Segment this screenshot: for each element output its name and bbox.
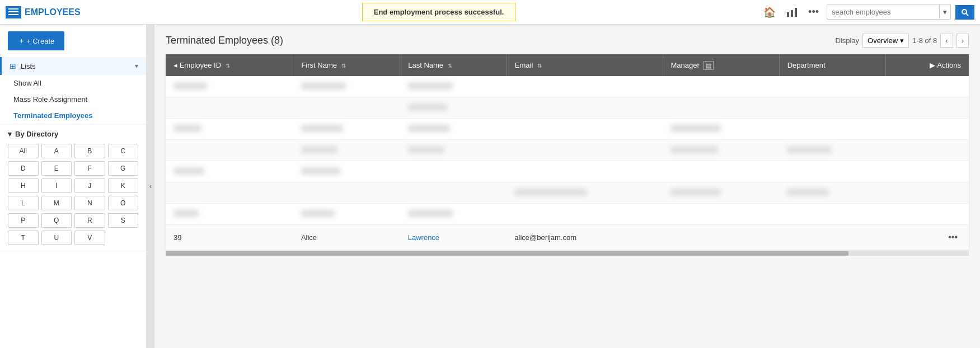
- cell-last-name: [400, 76, 507, 97]
- display-controls: Display Overview ▾ 1-8 of 8 ‹ ›: [835, 34, 969, 48]
- dir-btn-c[interactable]: C: [108, 144, 139, 158]
- horizontal-scrollbar[interactable]: [166, 251, 969, 256]
- sidebar-item-terminated[interactable]: Terminated Employees: [0, 107, 146, 124]
- sidebar-lists-header[interactable]: ⊞ Lists ▾: [0, 57, 146, 75]
- dir-btn-f[interactable]: F: [74, 161, 105, 176]
- cell-employee-id: [166, 119, 293, 140]
- app-logo-icon: [6, 6, 21, 18]
- chart-button[interactable]: [784, 6, 800, 19]
- cell-department: [779, 140, 886, 161]
- dir-btn-q[interactable]: Q: [41, 213, 72, 228]
- dir-btn-l[interactable]: L: [8, 196, 39, 210]
- cell-manager: [663, 204, 779, 225]
- cell-email: [507, 182, 663, 204]
- sidebar-item-mass-role[interactable]: Mass Role Assignment: [0, 91, 146, 107]
- create-button[interactable]: ＋ + Create: [8, 31, 64, 50]
- sidebar: ＋ + Create ⊞ Lists ▾ Show All Mass Role …: [0, 25, 147, 348]
- home-button[interactable]: 🏠: [760, 4, 779, 21]
- cell-email: [507, 119, 663, 140]
- cell-manager: [663, 182, 779, 204]
- pagination-prev-button[interactable]: ‹: [940, 34, 953, 48]
- dir-btn-o[interactable]: O: [108, 196, 139, 210]
- row-actions-button[interactable]: •••: [945, 231, 961, 243]
- collapse-chevron-icon: ‹: [149, 182, 152, 190]
- col-first-name[interactable]: First Name ⇅: [293, 54, 400, 76]
- col-actions: ▶ Actions: [886, 54, 969, 76]
- cell-actions: [886, 119, 969, 140]
- prev-icon: ‹: [945, 36, 948, 45]
- directory-grid: All A B C D E F G H I J K L M N O P Q R …: [0, 142, 146, 251]
- dir-btn-g[interactable]: G: [108, 161, 139, 176]
- dir-btn-p[interactable]: P: [8, 213, 39, 228]
- cell-department: [779, 97, 886, 119]
- dir-btn-all[interactable]: All: [8, 144, 39, 158]
- table-row: [166, 182, 969, 204]
- dir-btn-d[interactable]: D: [8, 161, 39, 176]
- dir-btn-r[interactable]: R: [74, 213, 105, 228]
- col-last-name[interactable]: Last Name ⇅: [400, 54, 507, 76]
- cell-manager-alice: [663, 225, 779, 250]
- cell-last-name: [400, 119, 507, 140]
- page-title: Terminated Employees (8): [166, 35, 283, 46]
- create-plus-icon: ＋: [18, 36, 25, 46]
- cell-last-name: [400, 97, 507, 119]
- cell-department: [779, 119, 886, 140]
- cell-first-name: [293, 119, 400, 140]
- dir-btn-h[interactable]: H: [8, 178, 39, 193]
- sidebar-item-show-all[interactable]: Show All: [0, 75, 146, 91]
- col-email[interactable]: Email ⇅: [507, 54, 663, 76]
- dir-btn-e[interactable]: E: [41, 161, 72, 176]
- display-chevron-icon: ▾: [900, 36, 904, 45]
- topbar-right: 🏠 ••• ▾: [760, 4, 974, 21]
- cell-department: [779, 182, 886, 204]
- cell-actions-alice: •••: [886, 225, 969, 250]
- dir-btn-b[interactable]: B: [74, 144, 105, 158]
- table-row: [166, 204, 969, 225]
- dir-btn-i[interactable]: I: [41, 178, 72, 193]
- cell-manager: [663, 76, 779, 97]
- dir-btn-n[interactable]: N: [74, 196, 105, 210]
- sidebar-directory-section: ▾ By Directory All A B C D E F G H I J K…: [0, 124, 146, 251]
- dir-btn-s[interactable]: S: [108, 213, 139, 228]
- cell-employee-id: [166, 140, 293, 161]
- dir-btn-u[interactable]: U: [41, 231, 72, 245]
- search-submit-button[interactable]: [955, 5, 974, 20]
- main-header: Terminated Employees (8) Display Overvie…: [166, 34, 969, 48]
- col-employee-id[interactable]: ◂ Employee ID ⇅: [166, 54, 293, 76]
- cell-department-alice: [779, 225, 886, 250]
- cell-manager: [663, 97, 779, 119]
- svg-rect-0: [8, 8, 18, 10]
- cell-actions: [886, 140, 969, 161]
- svg-rect-2: [8, 14, 18, 15]
- svg-rect-1: [8, 11, 18, 12]
- dir-btn-j[interactable]: J: [74, 178, 105, 193]
- sidebar-directory-header[interactable]: ▾ By Directory: [0, 124, 146, 142]
- cell-department: [779, 161, 886, 182]
- dir-btn-m[interactable]: M: [41, 196, 72, 210]
- dir-btn-a[interactable]: A: [41, 144, 72, 158]
- search-input[interactable]: [827, 5, 939, 19]
- col-manager[interactable]: Manager ▤: [663, 54, 779, 76]
- more-button[interactable]: •••: [805, 4, 822, 20]
- employee-id-sort-icon: ⇅: [226, 63, 230, 69]
- cell-actions: [886, 76, 969, 97]
- cell-first-name: [293, 161, 400, 182]
- cell-manager: [663, 119, 779, 140]
- cell-first-name-alice: Alice: [293, 225, 400, 250]
- cell-employee-id: [166, 182, 293, 204]
- manager-filter-icon[interactable]: ▤: [704, 61, 714, 70]
- cell-email: [507, 140, 663, 161]
- display-dropdown-button[interactable]: Overview ▾: [862, 34, 909, 48]
- search-container: ▾: [827, 4, 951, 20]
- cell-last-name-alice: Lawrence: [400, 225, 507, 250]
- cell-first-name: [293, 140, 400, 161]
- search-dropdown-button[interactable]: ▾: [939, 5, 950, 19]
- dir-btn-k[interactable]: K: [108, 178, 139, 193]
- sidebar-nav-items: Show All Mass Role Assignment Terminated…: [0, 75, 146, 124]
- cell-email-alice: alice@berijam.com: [507, 225, 663, 250]
- dir-btn-t[interactable]: T: [8, 231, 39, 245]
- sidebar-collapse-handle[interactable]: ‹: [147, 25, 154, 348]
- pagination-next-button[interactable]: ›: [956, 34, 969, 48]
- dir-btn-v[interactable]: V: [74, 231, 105, 245]
- cell-email: [507, 97, 663, 119]
